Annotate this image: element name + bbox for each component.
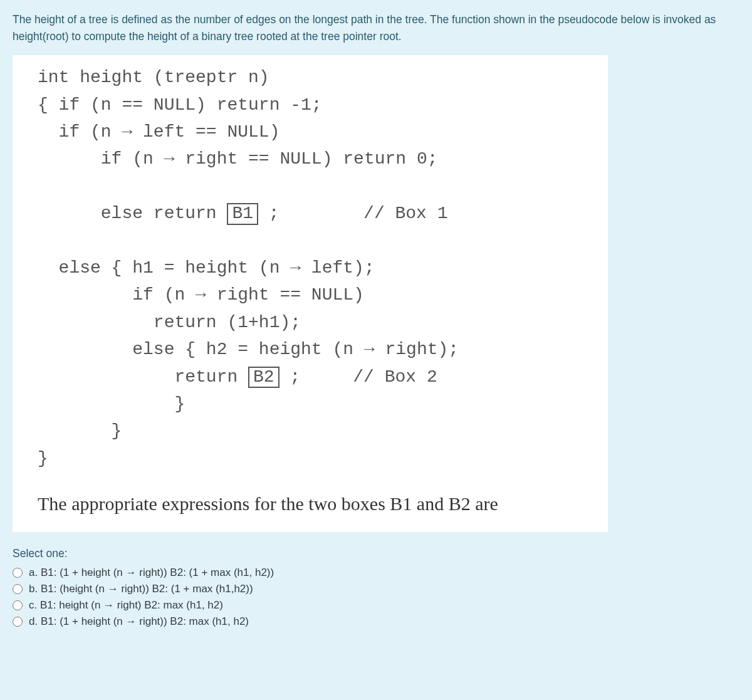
code-line-3: if (n → left == NULL) [38, 122, 279, 142]
comment-box1: // Box 1 [363, 204, 447, 223]
option-d-radio[interactable] [13, 617, 23, 627]
option-c-label: c. B1: height (n → right) B2: max (h1, h… [29, 599, 223, 612]
pseudocode-box: int height (treeptr n) { if (n == NULL) … [13, 55, 608, 532]
option-c-radio[interactable] [13, 600, 23, 610]
option-a-radio[interactable] [13, 568, 23, 578]
question-intro: The height of a tree is defined as the n… [13, 11, 739, 45]
code-line-7: if (n → right == NULL) [38, 285, 364, 305]
option-d-label: d. B1: (1 + height (n → right)) B2: max … [29, 615, 249, 628]
option-b-radio[interactable] [13, 584, 23, 594]
question-ending: The appropriate expressions for the two … [38, 491, 598, 517]
option-b[interactable]: b. B1: (height (n → right)) B2: (1 + max… [13, 583, 739, 595]
option-c[interactable]: c. B1: height (n → right) B2: max (h1, h… [13, 599, 739, 612]
select-one-label: Select one: [13, 547, 739, 560]
code-line-12: } [38, 421, 122, 441]
comment-box2: // Box 2 [353, 367, 437, 387]
pseudocode: int height (treeptr n) { if (n == NULL) … [38, 64, 598, 472]
code-line-11: } [38, 394, 185, 414]
option-a-label: a. B1: (1 + height (n → right)) B2: (1 +… [29, 567, 274, 579]
code-line-9: else { h2 = height (n → right); [38, 340, 459, 359]
code-line-1: int height (treeptr n) [38, 68, 269, 87]
box-b2: B2 [248, 367, 279, 389]
option-b-label: b. B1: (height (n → right)) B2: (1 + max… [29, 583, 253, 595]
code-line-13: } [38, 449, 48, 468]
code-line-10a: return [38, 367, 248, 387]
code-line-8: return (1+h1); [38, 313, 301, 332]
code-line-6: else { h1 = height (n → left); [38, 258, 375, 278]
code-line-5b: ; [258, 204, 279, 223]
code-line-2: { if (n == NULL) return -1; [38, 95, 322, 115]
option-d[interactable]: d. B1: (1 + height (n → right)) B2: max … [13, 615, 739, 628]
box-b1: B1 [227, 203, 258, 225]
option-a[interactable]: a. B1: (1 + height (n → right)) B2: (1 +… [13, 567, 739, 579]
options-list: a. B1: (1 + height (n → right)) B2: (1 +… [13, 567, 739, 628]
code-line-4: if (n → right == NULL) return 0; [38, 149, 438, 169]
code-line-10b: ; [279, 367, 301, 387]
code-line-5a: else return [38, 204, 227, 223]
